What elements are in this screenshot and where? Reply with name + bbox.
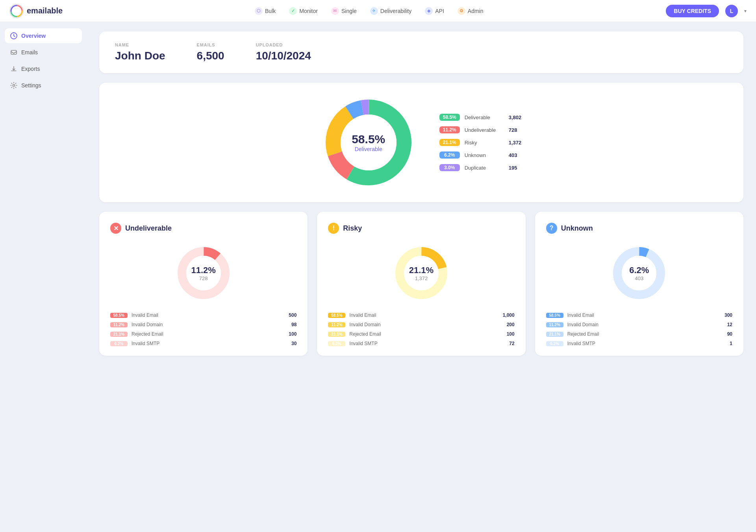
sub-badge: 6.2%: [328, 341, 345, 346]
sub-legend-item: 6.2% Invalid SMTP 30: [110, 341, 296, 346]
donut-card: 58.5% Deliverable 58.5% Deliverable 3,80…: [99, 83, 743, 202]
bulk-icon: ⬡: [255, 7, 263, 15]
user-chevron-icon[interactable]: ▾: [744, 8, 747, 14]
sidebar-emails-label: Emails: [21, 49, 38, 55]
card-title-row: ? Unknown: [546, 223, 732, 234]
sub-badge: 58.5%: [546, 313, 563, 318]
nav-monitor[interactable]: ✓ Monitor: [283, 4, 324, 18]
nav-deliverability[interactable]: ✈ Deliverability: [364, 4, 417, 18]
api-icon: ◆: [425, 7, 433, 15]
legend-badge: 21.1%: [439, 139, 460, 146]
overview-icon: [10, 32, 17, 39]
sub-legend: 58.5% Invalid Email 500 11.2% Invalid Do…: [110, 312, 296, 346]
sub-count: 72: [509, 341, 514, 346]
sidebar-overview-label: Overview: [21, 33, 46, 39]
sub-badge: 11.2%: [546, 322, 563, 327]
bottom-cards: ✕ Undeliverable 11.2% 728 58.5% Invalid …: [99, 212, 743, 356]
legend-count: 1,372: [509, 140, 522, 146]
legend-name: Undeliverable: [465, 127, 504, 133]
legend-name: Duplicate: [465, 165, 504, 171]
sub-count: 100: [289, 331, 296, 337]
nav-api-label: API: [435, 8, 444, 14]
sub-count: 500: [289, 312, 296, 318]
sub-count: 100: [507, 331, 515, 337]
small-donut-container: 21.1% 1,372: [390, 242, 453, 305]
user-avatar[interactable]: L: [725, 5, 738, 17]
legend-item: 21.1% Risky 1,372: [439, 139, 522, 146]
sub-badge: 6.2%: [546, 341, 563, 346]
sub-legend-item: 6.2% Invalid SMTP 1: [546, 341, 732, 346]
info-uploaded: UPLOADED 10/10/2024: [256, 42, 311, 62]
legend-item: 6.2% Unknown 403: [439, 151, 522, 159]
card-title-icon: ?: [546, 223, 557, 234]
nav-deliverability-label: Deliverability: [380, 8, 411, 14]
main-donut-chart: 58.5% Deliverable: [321, 95, 416, 190]
info-emails-value: 6,500: [197, 50, 224, 62]
small-donut-count: 1,372: [409, 275, 434, 281]
admin-icon: ⚙: [458, 7, 465, 15]
sub-badge: 11.2%: [328, 322, 345, 327]
nav-single[interactable]: ✉ Single: [325, 4, 363, 18]
legend-item: 58.5% Deliverable 3,802: [439, 114, 522, 121]
card-title-icon: ✕: [110, 223, 121, 234]
sub-count: 12: [727, 322, 732, 327]
sub-legend-item: 11.2% Invalid Domain 12: [546, 322, 732, 327]
main-content: NAME John Doe EMAILS 6,500 UPLOADED 10/1…: [87, 22, 756, 532]
sub-badge: 11.2%: [110, 322, 128, 327]
svg-point-0: [10, 4, 23, 18]
monitor-icon: ✓: [289, 7, 297, 15]
sub-legend-item: 11.2% Invalid Domain 200: [328, 322, 514, 327]
small-donut-pct: 21.1%: [409, 265, 434, 275]
nav-api[interactable]: ◆ API: [419, 4, 450, 18]
info-uploaded-value: 10/10/2024: [256, 50, 311, 62]
sub-name: Invalid SMTP: [349, 341, 505, 346]
sub-name: Invalid Domain: [132, 322, 287, 327]
legend-name: Risky: [465, 140, 504, 146]
sub-count: 1: [730, 341, 732, 346]
small-donut-pct: 6.2%: [629, 265, 649, 275]
header: emailable ⬡ Bulk ✓ Monitor ✉ Single ✈ De…: [0, 0, 756, 22]
sub-legend-item: 58.5% Invalid Email 300: [546, 312, 732, 318]
small-donut-center: 21.1% 1,372: [409, 265, 434, 281]
sub-legend-item: 58.5% Invalid Email 500: [110, 312, 296, 318]
nav-admin[interactable]: ⚙ Admin: [452, 4, 489, 18]
sub-badge: 58.5%: [110, 313, 128, 318]
sub-count: 300: [724, 312, 732, 318]
donut-center: 58.5% Deliverable: [352, 133, 385, 152]
sub-name: Invalid Email: [349, 312, 498, 318]
sub-name: Rejected Email: [567, 331, 723, 337]
sidebar-item-exports[interactable]: Exports: [5, 61, 82, 76]
svg-point-3: [13, 85, 15, 87]
legend-badge: 6.2%: [439, 151, 460, 159]
card-title: Undeliverable: [125, 224, 172, 233]
nav-bulk[interactable]: ⬡ Bulk: [249, 4, 282, 18]
single-icon: ✉: [331, 7, 339, 15]
info-emails-label: EMAILS: [197, 42, 224, 47]
sub-legend-item: 11.2% Invalid Domain 98: [110, 322, 296, 327]
sub-name: Rejected Email: [132, 331, 285, 337]
sub-name: Invalid Domain: [349, 322, 502, 327]
card-title-row: ✕ Undeliverable: [110, 223, 296, 234]
buy-credits-button[interactable]: BUY CREDITS: [666, 5, 719, 17]
sub-name: Invalid Email: [567, 312, 721, 318]
sub-name: Rejected Email: [349, 331, 502, 337]
sidebar-item-overview[interactable]: Overview: [5, 28, 82, 43]
sub-count: 90: [727, 331, 732, 337]
main-layout: Overview Emails Exports Settings NAME: [0, 22, 756, 532]
sub-count: 98: [291, 322, 296, 327]
sidebar-item-emails[interactable]: Emails: [5, 45, 82, 60]
sub-badge: 21.1%: [546, 332, 563, 337]
sidebar-item-settings[interactable]: Settings: [5, 78, 82, 93]
sub-legend-item: 21.1% Rejected Email 100: [328, 331, 514, 337]
info-emails: EMAILS 6,500: [197, 42, 224, 62]
legend-count: 403: [509, 152, 517, 158]
bottom-card-1: ! Risky 21.1% 1,372 58.5% Invalid Email …: [317, 212, 525, 356]
legend-count: 3,802: [509, 115, 522, 120]
small-donut-center: 11.2% 728: [191, 265, 215, 281]
sub-legend-item: 6.2% Invalid SMTP 72: [328, 341, 514, 346]
settings-icon: [10, 82, 17, 89]
deliverability-icon: ✈: [370, 7, 378, 15]
legend-badge: 11.2%: [439, 126, 460, 133]
nav-bulk-label: Bulk: [265, 8, 276, 14]
info-name-value: John Doe: [115, 50, 165, 62]
